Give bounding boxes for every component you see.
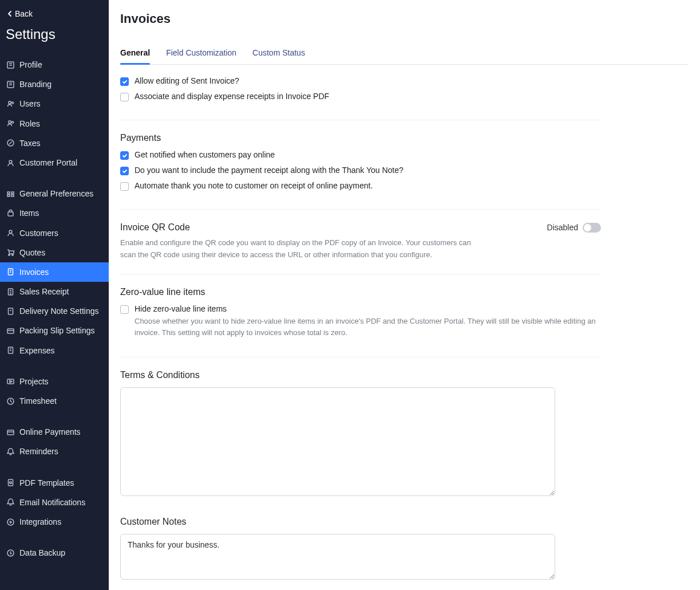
sidebar-item-label: Timesheet (19, 396, 57, 406)
top-check-0-checkbox[interactable] (120, 77, 129, 86)
qr-toggle[interactable] (583, 223, 601, 233)
svg-rect-40 (8, 479, 13, 486)
tab-field-customization[interactable]: Field Customization (166, 44, 236, 64)
sidebar-item-email-notifications[interactable]: Email Notifications (0, 493, 109, 512)
payments-check-2-row: Automate thank you note to customer on r… (120, 181, 601, 191)
svg-marker-36 (10, 380, 12, 383)
payments-check-1-checkbox[interactable] (120, 167, 129, 175)
sales-receipt-icon (6, 287, 15, 296)
main: Invoices GeneralField CustomizationCusto… (109, 0, 700, 590)
sidebar-item-online-payments[interactable]: Online Payments (0, 422, 109, 442)
top-check-1-checkbox[interactable] (120, 93, 129, 101)
notes-textarea[interactable] (120, 534, 555, 580)
payments-title: Payments (120, 133, 601, 143)
sidebar-item-branding[interactable]: Branding (0, 74, 109, 94)
sidebar-item-expenses[interactable]: Expenses (0, 341, 109, 360)
tab-custom-status[interactable]: Custom Status (252, 44, 305, 64)
sidebar-item-customers[interactable]: Customers (0, 223, 109, 243)
back-label: Back (15, 9, 33, 18)
sidebar-item-general-preferences[interactable]: General Preferences (0, 184, 109, 203)
general-preferences-icon (6, 189, 15, 198)
sidebar-item-label: Delivery Note Settings (19, 306, 99, 316)
svg-rect-16 (11, 195, 14, 196)
payments-check-0-label: Get notified when customers pay online (135, 150, 275, 159)
profile-icon (6, 60, 15, 69)
top-check-0-row: Allow editing of Sent Invoice? (120, 76, 601, 86)
zero-check-help: Choose whether you want to hide zero-val… (135, 316, 601, 339)
sidebar-item-delivery-note-settings[interactable]: Delivery Note Settings (0, 301, 109, 321)
payments-check-0-checkbox[interactable] (120, 151, 129, 160)
sidebar-item-projects[interactable]: Projects (0, 372, 109, 391)
integrations-icon (6, 517, 15, 526)
terms-title: Terms & Conditions (120, 370, 601, 380)
sidebar-item-users[interactable]: Users (0, 94, 109, 113)
sidebar-item-label: Packing Slip Settings (19, 325, 95, 336)
section-qr: Invoice QR Code Disabled Enable and conf… (120, 222, 601, 274)
payments-check-1-row: Do you want to include the payment recei… (120, 166, 601, 175)
users-icon (6, 99, 15, 108)
top-check-0-label: Allow editing of Sent Invoice? (135, 76, 239, 85)
sidebar-item-invoices[interactable]: Invoices (0, 262, 109, 282)
reminders-icon (6, 447, 15, 456)
sidebar-item-pdf-templates[interactable]: PDF Templates (0, 473, 109, 493)
sidebar-item-timesheet[interactable]: Timesheet (0, 391, 109, 411)
tabs: GeneralField CustomizationCustom Status (120, 44, 689, 65)
svg-rect-13 (7, 192, 10, 194)
svg-point-41 (9, 482, 11, 484)
payments-check-2-checkbox[interactable] (120, 182, 129, 191)
svg-point-19 (8, 254, 9, 255)
section-notes: Customer Notes (120, 517, 601, 590)
sidebar-item-integrations[interactable]: Integrations (0, 512, 109, 532)
section-zero: Zero-value line items Hide zero-value li… (120, 287, 601, 357)
tab-general[interactable]: General (120, 44, 150, 64)
qr-title: Invoice QR Code (120, 222, 190, 233)
qr-state-label: Disabled (547, 223, 578, 232)
svg-point-20 (11, 254, 13, 255)
sidebar-item-label: PDF Templates (19, 478, 74, 488)
sidebar-item-reminders[interactable]: Reminders (0, 442, 109, 461)
section-payments: Payments Get notified when customers pay… (120, 133, 601, 210)
svg-rect-30 (7, 329, 14, 333)
sidebar-item-label: Sales Receipt (19, 286, 69, 297)
svg-rect-17 (8, 212, 13, 216)
sidebar-item-label: Users (19, 99, 41, 109)
zero-checkbox[interactable] (120, 305, 129, 314)
sidebar-item-sales-receipt[interactable]: Sales Receipt (0, 282, 109, 301)
top-check-1-row: Associate and display expense receipts i… (120, 92, 601, 101)
sidebar-item-label: Branding (19, 79, 52, 89)
invoices-icon (6, 268, 15, 277)
sidebar-item-quotes[interactable]: Quotes (0, 243, 109, 262)
zero-check-row: Hide zero-value line items Choose whethe… (120, 304, 601, 339)
sidebar-item-customer-portal[interactable]: Customer Portal (0, 153, 109, 172)
nav: ProfileBrandingUsersRolesTaxesCustomer P… (0, 52, 109, 566)
sidebar-item-label: Invoices (19, 267, 49, 277)
sidebar-item-label: General Preferences (19, 188, 93, 199)
svg-rect-15 (7, 195, 10, 196)
page-title: Invoices (120, 11, 689, 26)
sidebar-item-roles[interactable]: Roles (0, 114, 109, 133)
content: Invoices GeneralField CustomizationCusto… (109, 0, 700, 590)
pdf-templates-icon (6, 478, 15, 487)
sidebar-item-profile[interactable]: Profile (0, 55, 109, 74)
sidebar-item-label: Customers (19, 228, 58, 238)
sidebar-item-packing-slip-settings[interactable]: Packing Slip Settings (0, 321, 109, 340)
sidebar-item-label: Reminders (19, 446, 58, 457)
settings-title: Settings (0, 22, 109, 52)
sidebar: Back Settings ProfileBrandingUsersRolesT… (0, 0, 109, 590)
sidebar-item-items[interactable]: Items (0, 203, 109, 223)
sidebar-item-label: Profile (19, 60, 42, 70)
sidebar-item-label: Roles (19, 119, 40, 129)
payments-check-1-label: Do you want to include the payment recei… (135, 166, 404, 175)
roles-icon (6, 119, 15, 128)
payments-check-0-row: Get notified when customers pay online (120, 150, 601, 160)
notes-title: Customer Notes (120, 517, 601, 527)
svg-point-9 (11, 121, 13, 123)
sidebar-item-label: Expenses (19, 345, 54, 356)
terms-textarea[interactable] (120, 387, 555, 496)
qr-toggle-wrap: Disabled (547, 223, 601, 233)
sidebar-item-label: Customer Portal (19, 158, 77, 168)
back-link[interactable]: Back (0, 6, 109, 22)
sidebar-item-data-backup[interactable]: Data Backup (0, 543, 109, 563)
sidebar-item-taxes[interactable]: Taxes (0, 133, 109, 153)
items-icon (6, 209, 15, 218)
